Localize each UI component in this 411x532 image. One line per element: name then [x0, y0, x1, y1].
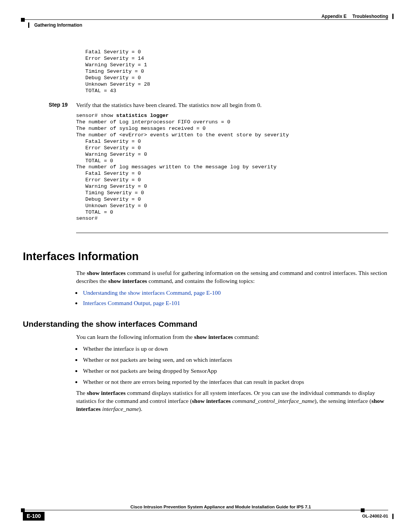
code2-body: The number of Log interprocessor FIFO ov…: [76, 119, 289, 221]
heading-interfaces-information: Interfaces Information: [23, 249, 388, 264]
header-section: Gathering Information: [30, 22, 82, 28]
link-output[interactable]: Interfaces Command Output, page E-101: [83, 300, 180, 306]
code-block-1: Fatal Severity = 0 Error Severity = 14 W…: [76, 49, 388, 94]
intro-prefix: The: [76, 270, 87, 276]
closing-ital1: command_control_interface_name: [231, 398, 314, 404]
closing-bold2: show interfaces: [192, 398, 231, 404]
page-number-badge: E-100: [23, 512, 45, 521]
learn-bold: show interfaces: [194, 334, 233, 340]
intro-paragraph: The show interfaces command is useful fo…: [76, 269, 388, 285]
learn-prefix: You can learn the following information …: [76, 334, 194, 340]
intro-suffix: command, and contains the following topi…: [147, 278, 255, 284]
link-understanding[interactable]: Understanding the show interfaces Comman…: [83, 289, 221, 296]
section-divider: [76, 233, 388, 233]
closing-prefix: The: [76, 390, 87, 396]
closing-mid2: ), the sensing interface (: [315, 398, 371, 404]
intro-bold2: show interfaces: [108, 278, 147, 284]
code-block-2: sensor# show statistics logger The numbe…: [76, 113, 388, 222]
closing-suffix: ).: [139, 406, 142, 412]
footer-rule: [23, 510, 388, 510]
step-label: Step 19: [49, 101, 68, 109]
learn-paragraph: You can learn the following information …: [76, 333, 388, 341]
bullet-3: Whether or not packets are being dropped…: [81, 367, 388, 375]
code2-prefix: sensor# show: [76, 113, 116, 118]
intro-bold1: show interfaces: [87, 270, 126, 276]
bullet-1: Whether the interface is up or down: [81, 345, 388, 353]
closing-bold1: show interfaces: [87, 390, 126, 396]
footer-guide-title: Cisco Intrusion Prevention System Applia…: [53, 504, 388, 510]
doc-id: OL-24002-01: [362, 513, 388, 519]
header-rule: [23, 19, 388, 20]
code2-bold: statistics logger: [116, 113, 169, 118]
bullet-2: Whether or not packets are being seen, a…: [81, 356, 388, 364]
learn-suffix: command:: [233, 334, 259, 340]
header-appendix: Appendix E: [322, 14, 347, 19]
step-text: Verify that the statistics have been cle…: [76, 102, 261, 108]
bullet-4: Whether or not there are errors being re…: [81, 378, 388, 386]
closing-paragraph: The show interfaces command displays sta…: [76, 389, 388, 413]
heading-understanding: Understanding the show interfaces Comman…: [23, 319, 388, 329]
header-title: Troubleshooting: [352, 14, 388, 19]
closing-ital2: interface_name: [101, 406, 139, 412]
